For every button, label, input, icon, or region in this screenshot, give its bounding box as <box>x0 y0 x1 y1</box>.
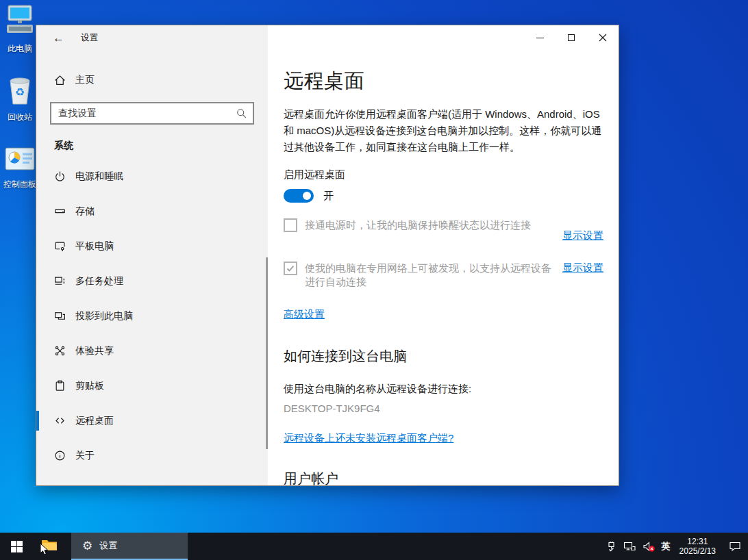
sidebar-item-label: 多任务处理 <box>75 275 123 288</box>
volume-muted-icon[interactable] <box>643 541 656 552</box>
system-tray: 英 12:31 2025/2/13 <box>606 533 748 560</box>
advanced-settings-link[interactable]: 高级设置 <box>284 308 325 321</box>
taskbar-clock[interactable]: 12:31 2025/2/13 <box>680 537 716 556</box>
search-placeholder: 查找设置 <box>58 107 236 120</box>
desktop-icon-label: 此电脑 <box>0 43 40 55</box>
discoverable-checkbox[interactable] <box>284 262 297 275</box>
window-controls <box>524 25 619 50</box>
mouse-cursor <box>40 543 49 559</box>
desktop-icon-this-pc[interactable]: 此电脑 <box>0 4 40 55</box>
about-icon <box>54 450 66 461</box>
sidebar-item-label: 平板电脑 <box>75 240 114 253</box>
tablet-icon <box>54 240 66 252</box>
desktop-icon-recycle-bin[interactable]: ♻ 回收站 <box>0 75 40 123</box>
start-button[interactable] <box>0 533 33 560</box>
remote-desktop-client-link[interactable]: 远程设备上还未安装远程桌面客户端? <box>284 432 453 445</box>
sidebar-item-tablet[interactable]: 平板电脑 <box>36 229 268 264</box>
user-accounts-heading: 用户帐户 <box>284 470 601 485</box>
checkbox-label: 接通电源时，让我的电脑保持唤醒状态以进行连接 <box>305 218 560 232</box>
action-center-icon[interactable] <box>729 541 741 552</box>
sidebar-item-label: 存储 <box>75 205 95 218</box>
toggle-knob <box>303 192 311 200</box>
remote-desktop-toggle[interactable] <box>284 189 314 203</box>
keep-awake-checkbox[interactable] <box>284 218 297 232</box>
desktop-icon-control-panel[interactable]: 控制面板 <box>0 147 40 190</box>
sidebar-item-label: 体验共享 <box>75 345 114 357</box>
sidebar-item-label: 剪贴板 <box>75 380 104 392</box>
search-icon <box>236 107 247 119</box>
page-description: 远程桌面允许你使用远程桌面客户端(适用于 Windows、Android、iOS… <box>284 106 603 155</box>
gear-icon: ⚙ <box>82 540 92 552</box>
settings-sidebar: ← 设置 主页 查找设置 系统 电源和睡眠 <box>36 25 268 485</box>
show-settings-link-2[interactable]: 显示设置 <box>562 262 603 275</box>
file-explorer-button[interactable] <box>33 533 66 560</box>
sidebar-item-power-sleep[interactable]: 电源和睡眠 <box>36 159 268 194</box>
window-titlebar[interactable]: ← 设置 <box>36 25 268 50</box>
sidebar-item-label: 投影到此电脑 <box>75 310 133 322</box>
desktop-icon-label: 控制面板 <box>0 179 40 190</box>
sidebar-item-remote-desktop[interactable]: 远程桌面 <box>36 403 268 438</box>
this-pc-icon <box>4 29 36 40</box>
enable-remote-desktop-label: 启用远程桌面 <box>284 168 601 181</box>
control-panel-icon <box>4 164 36 176</box>
sidebar-item-label: 主页 <box>75 74 95 86</box>
ime-indicator[interactable]: 英 <box>662 540 671 552</box>
show-settings-link-1[interactable]: 显示设置 <box>562 229 603 242</box>
multitasking-icon <box>54 275 66 287</box>
sidebar-item-multitasking[interactable]: 多任务处理 <box>36 264 268 298</box>
keep-awake-row: 接通电源时，让我的电脑保持唤醒状态以进行连接 显示设置 <box>284 218 603 242</box>
how-to-connect-heading: 如何连接到这台电脑 <box>284 347 601 366</box>
checkbox-label: 使我的电脑在专用网络上可被发现，以支持从远程设备进行自动连接 <box>305 262 560 289</box>
shared-experiences-icon <box>54 345 66 357</box>
storage-icon <box>54 205 66 217</box>
sidebar-item-shared-experiences[interactable]: 体验共享 <box>36 333 268 368</box>
windows-logo-icon <box>11 541 23 552</box>
sidebar-item-clipboard[interactable]: 剪贴板 <box>36 368 268 403</box>
discoverable-row: 使我的电脑在专用网络上可被发现，以支持从远程设备进行自动连接 显示设置 <box>284 262 603 289</box>
desktop-icon-label: 回收站 <box>0 112 40 123</box>
clock-date: 2025/2/13 <box>680 546 716 556</box>
taskbar: ⚙ 设置 英 12:31 20 <box>0 533 748 560</box>
taskbar-task-label: 设置 <box>99 539 117 552</box>
svg-text:♻: ♻ <box>15 86 25 98</box>
usb-safely-remove-icon[interactable] <box>606 541 617 552</box>
sidebar-item-project-to-pc[interactable]: 投影到此电脑 <box>36 298 268 333</box>
sidebar-item-label: 远程桌面 <box>75 415 114 427</box>
clipboard-icon <box>54 380 66 392</box>
home-icon <box>54 75 66 86</box>
close-icon[interactable] <box>587 25 619 50</box>
project-to-pc-icon <box>54 310 66 322</box>
settings-main-pane: 远程桌面 远程桌面允许你使用远程桌面客户端(适用于 Windows、Androi… <box>268 25 619 485</box>
back-icon[interactable]: ← <box>53 32 64 44</box>
power-icon <box>54 170 66 182</box>
maximize-icon[interactable] <box>556 25 587 50</box>
remote-desktop-icon <box>54 415 66 427</box>
sidebar-item-label: 电源和睡眠 <box>75 170 123 183</box>
recycle-bin-icon: ♻ <box>6 97 34 109</box>
taskbar-task-settings[interactable]: ⚙ 设置 <box>71 533 188 560</box>
sidebar-section-title: 系统 <box>36 140 268 152</box>
window-title: 设置 <box>81 32 98 44</box>
sidebar-item-home[interactable]: 主页 <box>36 66 268 94</box>
settings-window: ← 设置 主页 查找设置 系统 电源和睡眠 <box>36 25 619 486</box>
toggle-state-label: 开 <box>323 190 334 203</box>
search-input[interactable]: 查找设置 <box>50 102 254 125</box>
clock-time: 12:31 <box>680 537 716 546</box>
minimize-icon[interactable] <box>524 25 556 50</box>
connect-instruction: 使用这台电脑的名称从远程设备进行连接: <box>284 383 601 396</box>
network-icon[interactable] <box>623 541 636 552</box>
sidebar-item-label: 关于 <box>75 450 95 462</box>
sidebar-item-about[interactable]: 关于 <box>36 438 268 473</box>
pc-name: DESKTOP-TJK9FG4 <box>284 403 601 414</box>
page-title: 远程桌面 <box>284 68 601 95</box>
sidebar-item-storage[interactable]: 存储 <box>36 194 268 229</box>
sidebar-nav: 电源和睡眠 存储 平板电脑 多任务处理 <box>36 159 268 473</box>
